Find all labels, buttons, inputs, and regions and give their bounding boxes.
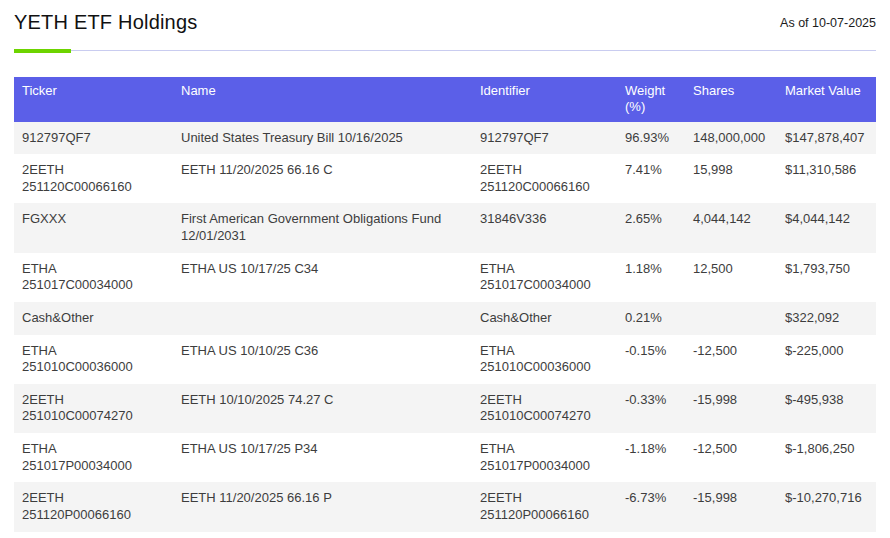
cell-weight: -0.33% [617,384,685,433]
cell-identifier: 31846V336 [472,203,617,252]
table-header-row: TickerNameIdentifierWeight (%)SharesMark… [14,77,876,122]
cell-shares: -12,500 [685,433,777,482]
as-of-date: As of 10-07-2025 [780,11,876,30]
cell-market-value: $147,878,407 [777,122,876,155]
cell-identifier: Cash&Other [472,302,617,335]
holdings-table: TickerNameIdentifierWeight (%)SharesMark… [14,77,876,532]
cell-weight: 7.41% [617,154,685,203]
cell-identifier: 912797QF7 [472,122,617,155]
cell-weight: 96.93% [617,122,685,155]
cell-ticker: 2EETH 251120P00066160 [14,482,173,531]
cell-market-value: $322,092 [777,302,876,335]
cell-shares: 148,000,000 [685,122,777,155]
cell-shares: 4,044,142 [685,203,777,252]
cell-weight: 2.65% [617,203,685,252]
cell-weight: 1.18% [617,253,685,302]
cell-market-value: $1,793,750 [777,253,876,302]
page-title: YETH ETF Holdings [14,11,197,34]
table-row: 912797QF7United States Treasury Bill 10/… [14,122,876,155]
cell-shares: -15,998 [685,482,777,531]
table-row: Cash&OtherCash&Other0.21%$322,092 [14,302,876,335]
cell-shares: -15,998 [685,384,777,433]
cell-name: United States Treasury Bill 10/16/2025 [173,122,472,155]
cell-weight: -6.73% [617,482,685,531]
cell-market-value: $11,310,586 [777,154,876,203]
cell-name [173,302,472,335]
cell-identifier: ETHA 251017C00034000 [472,253,617,302]
column-header-identifier: Identifier [472,77,617,122]
cell-shares: -12,500 [685,335,777,384]
table-row: ETHA 251010C00036000ETHA US 10/10/25 C36… [14,335,876,384]
cell-weight: 0.21% [617,302,685,335]
cell-shares [685,302,777,335]
cell-name: EETH 11/20/2025 66.16 P [173,482,472,531]
cell-name: ETHA US 10/17/25 P34 [173,433,472,482]
cell-market-value: $4,044,142 [777,203,876,252]
cell-ticker: 2EETH 251120C00066160 [14,154,173,203]
cell-shares: 12,500 [685,253,777,302]
table-row: ETHA 251017C00034000ETHA US 10/17/25 C34… [14,253,876,302]
cell-name: First American Government Obligations Fu… [173,203,472,252]
cell-name: ETHA US 10/10/25 C36 [173,335,472,384]
table-row: ETHA 251017P00034000ETHA US 10/17/25 P34… [14,433,876,482]
table-row: FGXXXFirst American Government Obligatio… [14,203,876,252]
cell-name: EETH 11/20/2025 66.16 C [173,154,472,203]
cell-market-value: $-495,938 [777,384,876,433]
cell-ticker: ETHA 251017P00034000 [14,433,173,482]
column-header-market-value: Market Value [777,77,876,122]
title-divider [14,49,876,53]
holdings-page: YETH ETF Holdings As of 10-07-2025 Ticke… [14,0,876,532]
cell-identifier: ETHA 251017P00034000 [472,433,617,482]
divider-rule [14,50,876,51]
cell-ticker: FGXXX [14,203,173,252]
cell-market-value: $-225,000 [777,335,876,384]
table-row: 2EETH 251120P00066160EETH 11/20/2025 66.… [14,482,876,531]
divider-accent-bar [14,49,71,53]
cell-ticker: ETHA 251010C00036000 [14,335,173,384]
cell-ticker: 912797QF7 [14,122,173,155]
cell-ticker: ETHA 251017C00034000 [14,253,173,302]
column-header-name: Name [173,77,472,122]
cell-identifier: 2EETH 251120P00066160 [472,482,617,531]
cell-market-value: $-10,270,716 [777,482,876,531]
column-header-weight: Weight (%) [617,77,685,122]
table-row: 2EETH 251010C00074270EETH 10/10/2025 74.… [14,384,876,433]
cell-ticker: 2EETH 251010C00074270 [14,384,173,433]
cell-shares: 15,998 [685,154,777,203]
cell-weight: -1.18% [617,433,685,482]
page-header: YETH ETF Holdings As of 10-07-2025 [14,11,876,34]
column-header-shares: Shares [685,77,777,122]
cell-name: EETH 10/10/2025 74.27 C [173,384,472,433]
cell-market-value: $-1,806,250 [777,433,876,482]
column-header-ticker: Ticker [14,77,173,122]
cell-identifier: ETHA 251010C00036000 [472,335,617,384]
cell-identifier: 2EETH 251010C00074270 [472,384,617,433]
cell-identifier: 2EETH 251120C00066160 [472,154,617,203]
cell-ticker: Cash&Other [14,302,173,335]
table-row: 2EETH 251120C00066160EETH 11/20/2025 66.… [14,154,876,203]
cell-weight: -0.15% [617,335,685,384]
cell-name: ETHA US 10/17/25 C34 [173,253,472,302]
